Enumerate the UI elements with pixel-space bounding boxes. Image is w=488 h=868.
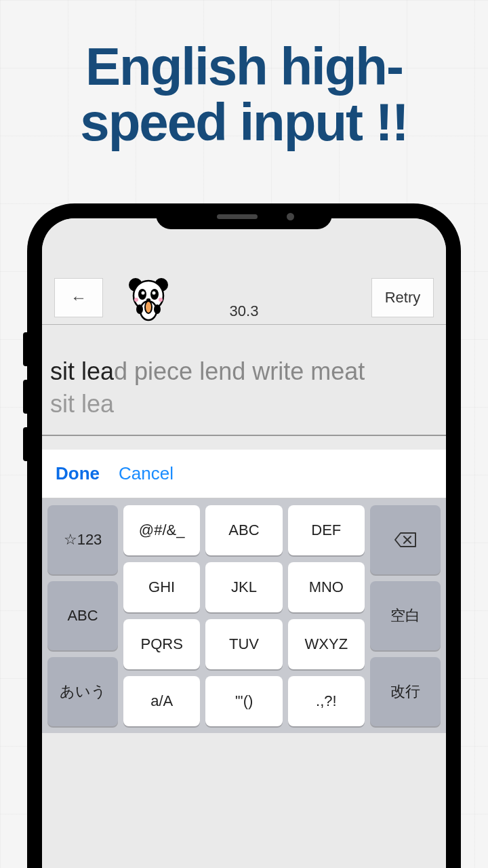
svg-point-9 xyxy=(136,304,143,314)
speaker-icon xyxy=(217,214,258,219)
key-return[interactable]: 改行 xyxy=(370,657,441,726)
cancel-button[interactable]: Cancel xyxy=(119,463,174,484)
retry-label: Retry xyxy=(385,289,421,307)
svg-point-5 xyxy=(142,292,145,295)
key-space[interactable]: 空白 xyxy=(370,581,441,650)
camera-icon xyxy=(287,213,294,220)
suggestion-bar: Done Cancel xyxy=(42,450,446,498)
backspace-icon xyxy=(394,532,417,548)
key-shift[interactable]: a/A xyxy=(123,676,200,726)
key-backspace[interactable] xyxy=(370,505,441,574)
phone-screen: ← xyxy=(42,218,446,868)
phone-frame: ← xyxy=(27,203,461,868)
done-button[interactable]: Done xyxy=(56,463,100,484)
svg-point-6 xyxy=(152,292,156,295)
retry-button[interactable]: Retry xyxy=(371,278,434,317)
key-punct[interactable]: .,?! xyxy=(288,676,365,726)
typing-area: sit lead piece lend write meat sit lea xyxy=(42,325,446,436)
phone-notch xyxy=(156,203,332,229)
panda-icon xyxy=(125,275,172,323)
top-bar: ← xyxy=(42,218,446,325)
headline: English high-speed input !! xyxy=(0,0,488,171)
svg-point-13 xyxy=(159,298,163,302)
key-numeric-mode[interactable]: ☆123 xyxy=(47,505,118,574)
svg-point-12 xyxy=(134,298,138,302)
key-abc[interactable]: ABC xyxy=(205,505,282,555)
key-mno[interactable]: MNO xyxy=(288,562,365,612)
arrow-left-icon: ← xyxy=(70,288,87,307)
key-symbols[interactable]: @#/&_ xyxy=(123,505,200,555)
target-remaining-portion: d piece lend write meat xyxy=(114,357,365,385)
key-tuv[interactable]: TUV xyxy=(205,619,282,669)
key-ghi[interactable]: GHI xyxy=(123,562,200,612)
key-def[interactable]: DEF xyxy=(288,505,365,555)
back-button[interactable]: ← xyxy=(54,278,103,317)
key-quotes[interactable]: '"() xyxy=(205,676,282,726)
svg-point-10 xyxy=(154,304,161,314)
key-wxyz[interactable]: WXYZ xyxy=(288,619,365,669)
key-jkl[interactable]: JKL xyxy=(205,562,282,612)
key-kana-mode[interactable]: あいう xyxy=(47,657,118,726)
keyboard: ☆123 ABC あいう @#/&_ ABC DEF GHI JKL MNO xyxy=(42,498,446,733)
target-text: sit lead piece lend write meat xyxy=(50,357,438,386)
timer-value: 30.3 xyxy=(230,302,259,320)
panda-mascot xyxy=(125,275,172,323)
key-pqrs[interactable]: PQRS xyxy=(123,619,200,669)
target-typed-portion: sit lea xyxy=(50,357,114,385)
key-abc-mode[interactable]: ABC xyxy=(47,581,118,650)
user-input-text[interactable]: sit lea xyxy=(50,390,438,418)
svg-point-11 xyxy=(145,301,152,313)
